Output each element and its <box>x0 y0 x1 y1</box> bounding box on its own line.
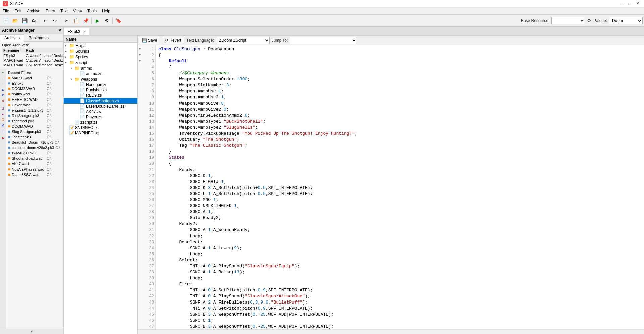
options-button[interactable]: ⚙ <box>102 16 111 25</box>
list-item[interactable]: ■ zagemod.pk3 C:\ <box>8 118 61 124</box>
menu-item-tools[interactable]: Tools <box>85 7 99 14</box>
jump-to-select[interactable] <box>290 37 357 44</box>
tree-item-ammo[interactable]: ▾ 📁 ammo <box>64 65 137 71</box>
list-item[interactable]: ■ HERETIC.WAD C:\ <box>8 97 61 102</box>
copy-button[interactable]: 📋 <box>72 16 80 25</box>
am-add-button[interactable]: + <box>0 70 6 75</box>
tree-item-Handgun-zs[interactable]: 📄 Handgun.zs <box>64 82 137 87</box>
file-tab-espk3[interactable]: ES.pk3 ✕ <box>64 28 89 35</box>
list-item[interactable]: ■ Doom3SSG.wad C:\ <box>8 172 61 177</box>
maximize-button[interactable]: □ <box>626 1 633 7</box>
bookmark-button[interactable]: 🔖 <box>114 16 123 25</box>
am-delete-button[interactable]: ✕ <box>0 98 6 104</box>
tree-item-Sprites[interactable]: ▸ 📁 Sprites <box>64 54 137 60</box>
list-item[interactable]: ■ AK47.wad C:\ <box>8 161 61 166</box>
zscript-icon: 📄 <box>80 115 85 119</box>
file-icon: ■ <box>8 81 10 86</box>
tree-item-label: Punisher.zs <box>86 88 107 92</box>
list-item[interactable]: ■ DOOM2.WAD C:\ <box>8 86 61 91</box>
tree-item-weapons[interactable]: ▾ 📁 weapons <box>64 76 137 82</box>
tab-bookmarks[interactable]: Bookmarks <box>24 34 53 41</box>
menu-item-archive[interactable]: Archive <box>24 7 43 14</box>
archive-manager-close[interactable]: ✕ <box>58 28 61 33</box>
tree-item-Maps[interactable]: ▸ 📁 Maps <box>64 43 137 48</box>
list-item[interactable]: ■ RiotShotgun.pk3 C:\ <box>8 113 61 118</box>
code-editor[interactable]: ▼▼▼ 123456789101112131415161718192021222… <box>138 45 644 329</box>
open-button[interactable]: 📂 <box>11 16 19 25</box>
list-item[interactable]: ■ Beautiful_Doom_716.pk3 C:\ <box>8 140 61 145</box>
file-tab-close[interactable]: ✕ <box>83 30 85 34</box>
tree-item-Player-zs[interactable]: 📄 Player.zs <box>64 114 137 120</box>
list-item[interactable]: ■ eriguns1_1.1.2.pk3 C:\ <box>8 108 61 113</box>
list-item[interactable]: ■ zwl-v0.3.0.pk3 C:\ <box>8 150 61 156</box>
am-export-button[interactable]: ↑ <box>0 81 6 86</box>
editor-save-button[interactable]: 💾 Save <box>139 37 160 44</box>
code-content[interactable]: class OldShotgun : DoomWeapon{ Default {… <box>156 45 644 329</box>
list-item[interactable]: ■ DOOM.WAD C:\ <box>8 124 61 129</box>
redo-button[interactable]: ↪ <box>51 16 59 25</box>
tree-item-ammo-zs[interactable]: 📄 ammo.zs <box>64 71 137 76</box>
list-item[interactable]: ■ NosArsPhase2.wad C:\ <box>8 166 61 172</box>
am-import-button[interactable]: ↓ <box>0 75 6 81</box>
base-resource-gear-icon[interactable]: ⚙ <box>587 18 591 23</box>
tree-item-zscript-zs[interactable]: 📄 zscript.zs <box>64 120 137 125</box>
tree-item-zscript[interactable]: ▾ 📁 zscript <box>64 60 137 65</box>
menu-item-file[interactable]: File <box>0 7 12 14</box>
menu-item-help[interactable]: Help <box>99 7 113 14</box>
undo-button[interactable]: ↩ <box>41 16 50 25</box>
tree-item-ClassicShotgun-zs[interactable]: 📄 ClassicShotgun.zs <box>64 98 137 104</box>
table-row[interactable]: MAP01.wadC:\Users\mason\Deskt... <box>2 58 64 63</box>
tree-item-LaserDoubleBarrel-zs[interactable]: 📄 LaserDoubleBarrel.zs <box>64 104 137 109</box>
tree-item-Punisher-zs[interactable]: 📄 Punisher.zs <box>64 87 137 93</box>
tree-item-RED9-zs[interactable]: 📄 RED9.zs <box>64 93 137 98</box>
close-button[interactable]: ✕ <box>634 1 641 7</box>
am-script-button[interactable]: S <box>0 106 6 111</box>
am-move-down-button[interactable]: ▼ <box>0 92 6 98</box>
list-item[interactable]: ■ Shootandload.wad C:\ <box>8 156 61 161</box>
text-language-select[interactable]: ZDoom ZScript <box>216 37 270 44</box>
am-gfx-button[interactable]: G <box>0 117 6 122</box>
am-scroll-down[interactable]: ▼ <box>0 329 63 334</box>
cut-button[interactable]: ✂ <box>62 16 71 25</box>
tree-item-SNDINFO-txt[interactable]: 📝 SNDINFO.txt <box>64 125 137 130</box>
tab-archives[interactable]: Archives <box>0 34 24 42</box>
tree-item-MAPINFO-txt[interactable]: 📝 MAPINFO.txt <box>64 130 137 136</box>
am-map-button[interactable]: M <box>0 123 6 128</box>
editor-revert-button[interactable]: ↺ Revert <box>162 37 184 44</box>
tree-item-AK47-zs[interactable]: 📄 AK47.zs <box>64 109 137 114</box>
am-arrows-button[interactable]: ↕ <box>0 128 6 134</box>
tree-item-Sounds[interactable]: ▸ 📁 Sounds <box>64 48 137 54</box>
fold-indicator[interactable]: ▼ <box>138 46 142 52</box>
table-row[interactable]: MAP01.wadC:\Users\mason\Deskt... <box>2 63 64 67</box>
minimize-button[interactable]: ─ <box>618 1 625 7</box>
table-row[interactable]: ES.pk3C:\Users\mason\Deskt... <box>2 53 64 58</box>
menu-item-entry[interactable]: Entry <box>43 7 58 14</box>
save-all-button[interactable]: 🗂 <box>30 16 38 25</box>
run-button[interactable]: ▶ <box>93 16 102 25</box>
list-item[interactable]: ■ re4trw.wad C:\ <box>8 91 61 97</box>
am-flag-button[interactable]: ⚑ <box>0 136 6 141</box>
list-item[interactable]: ■ MAP01.wad C:\ <box>8 75 61 81</box>
new-button[interactable]: 📄 <box>1 16 10 25</box>
menu-item-text[interactable]: Text <box>58 7 70 14</box>
folder-icon: 📁 <box>69 43 74 48</box>
list-item[interactable]: ■ Slug Shotgun.pk3 C:\ <box>8 129 61 134</box>
horizontal-scrollbar[interactable] <box>138 330 644 334</box>
menu-item-edit[interactable]: Edit <box>12 7 24 14</box>
list-item[interactable]: ■ complex-doom.v26a2.pk3 C:\ <box>8 145 61 150</box>
paste-button[interactable]: 📌 <box>81 16 90 25</box>
list-item[interactable]: ■ ES.pk3 C:\ <box>8 81 61 86</box>
am-bookmarks-btn[interactable]: ★ <box>0 111 6 117</box>
palette-select[interactable]: Doom <box>609 17 643 24</box>
fold-indicator[interactable]: ▼ <box>138 52 142 58</box>
fold-indicator[interactable]: ▼ <box>138 58 142 64</box>
list-item[interactable]: ■ Toaster.pk3 C:\ <box>8 134 61 140</box>
base-resource-select[interactable] <box>551 17 585 24</box>
list-item[interactable]: ■ Hexen.wad C:\ <box>8 102 61 108</box>
file-icon: ■ <box>8 167 10 172</box>
am-move-up-button[interactable]: ▲ <box>0 87 6 92</box>
line-number: 30 <box>142 221 154 227</box>
menu-item-view[interactable]: View <box>70 7 85 14</box>
line-number: 27 <box>142 203 154 209</box>
save-button-main[interactable]: 💾 <box>20 16 29 25</box>
